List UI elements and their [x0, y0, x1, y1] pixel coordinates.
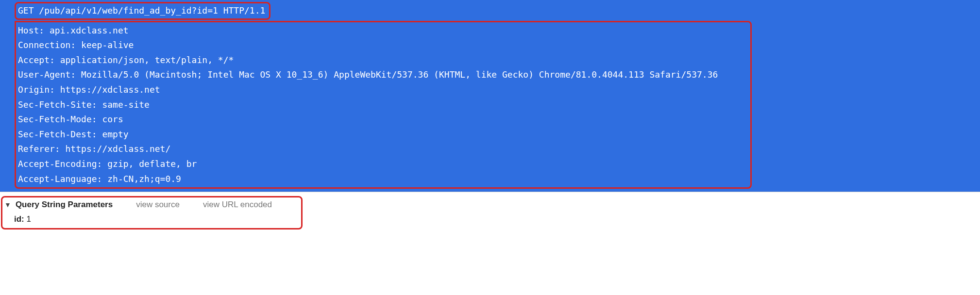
params-title-group[interactable]: ▼ Query String Parameters [4, 199, 113, 210]
header-host[interactable]: Host: api.xdclass.net [18, 23, 746, 38]
header-sec-fetch-mode[interactable]: Sec-Fetch-Mode: cors [18, 112, 746, 127]
view-source-link[interactable]: view source [136, 200, 180, 210]
request-line[interactable]: GET /pub/api/v1/web/find_ad_by_id?id=1 H… [18, 5, 265, 16]
headers-highlight-box: Host: api.xdclass.net Connection: keep-a… [15, 21, 752, 189]
query-params-header: ▼ Query String Parameters view source vi… [4, 199, 272, 210]
header-referer[interactable]: Referer: https://xdclass.net/ [18, 142, 746, 157]
header-accept-language[interactable]: Accept-Language: zh-CN,zh;q=0.9 [18, 172, 746, 187]
query-params-title: Query String Parameters [16, 200, 113, 209]
request-line-highlight: GET /pub/api/v1/web/find_ad_by_id?id=1 H… [15, 2, 270, 20]
header-accept[interactable]: Accept: application/json, text/plain, */… [18, 53, 746, 68]
param-key: id: [14, 214, 24, 224]
header-user-agent[interactable]: User-Agent: Mozilla/5.0 (Macintosh; Inte… [18, 67, 746, 82]
query-params-highlight-box: ▼ Query String Parameters view source vi… [1, 196, 303, 229]
header-origin[interactable]: Origin: https://xdclass.net [18, 82, 746, 98]
query-params-section: ▼ Query String Parameters view source vi… [0, 192, 980, 234]
header-connection[interactable]: Connection: keep-alive [18, 38, 746, 53]
query-param-row: id: 1 [14, 214, 272, 224]
disclosure-triangle-icon[interactable]: ▼ [4, 201, 11, 209]
param-value: 1 [27, 214, 31, 224]
header-sec-fetch-site[interactable]: Sec-Fetch-Site: same-site [18, 98, 746, 113]
view-url-encoded-link[interactable]: view URL encoded [203, 200, 272, 210]
header-accept-encoding[interactable]: Accept-Encoding: gzip, deflate, br [18, 157, 746, 172]
header-sec-fetch-dest[interactable]: Sec-Fetch-Dest: empty [18, 127, 746, 142]
request-headers-panel: GET /pub/api/v1/web/find_ad_by_id?id=1 H… [0, 0, 980, 192]
